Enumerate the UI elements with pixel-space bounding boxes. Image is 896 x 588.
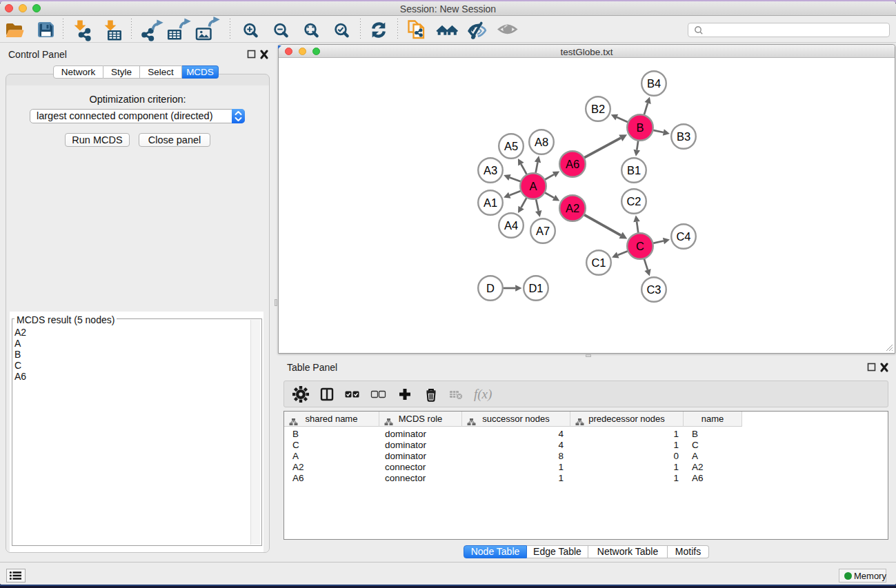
svg-text:A8: A8 bbox=[535, 136, 548, 148]
svg-text:B3: B3 bbox=[677, 130, 690, 143]
svg-text:B: B bbox=[636, 121, 644, 134]
svg-text:B2: B2 bbox=[591, 103, 605, 115]
svg-text:B4: B4 bbox=[647, 77, 661, 90]
svg-text:A4: A4 bbox=[504, 219, 518, 232]
svg-text:A6: A6 bbox=[566, 158, 579, 170]
svg-text:C3: C3 bbox=[646, 283, 661, 296]
svg-text:D1: D1 bbox=[528, 282, 543, 294]
svg-text:C2: C2 bbox=[626, 195, 641, 207]
svg-text:A7: A7 bbox=[536, 225, 550, 237]
svg-text:C4: C4 bbox=[676, 230, 690, 243]
svg-text:C1: C1 bbox=[591, 256, 606, 269]
svg-text:C: C bbox=[636, 240, 644, 252]
svg-text:B1: B1 bbox=[627, 164, 641, 176]
svg-text:A: A bbox=[529, 180, 537, 192]
svg-text:A5: A5 bbox=[504, 140, 518, 152]
svg-text:A1: A1 bbox=[484, 196, 497, 209]
svg-text:A3: A3 bbox=[484, 164, 497, 176]
svg-text:A2: A2 bbox=[566, 202, 579, 214]
svg-text:D: D bbox=[486, 282, 495, 294]
